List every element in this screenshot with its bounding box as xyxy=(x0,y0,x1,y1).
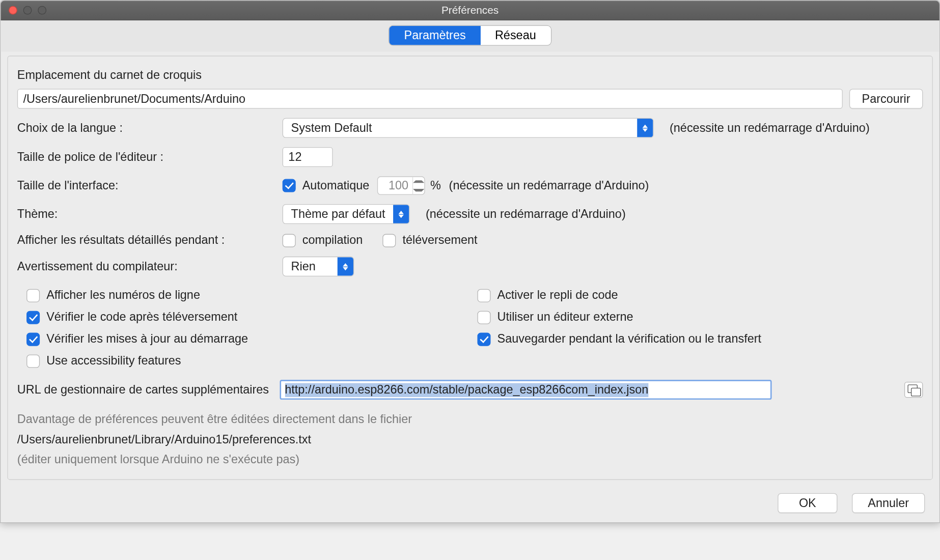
external-editor-checkbox[interactable] xyxy=(477,311,490,324)
accessibility-label: Use accessibility features xyxy=(46,354,181,368)
warnings-value: Rien xyxy=(283,257,338,275)
verbose-compilation-checkbox[interactable] xyxy=(283,234,296,247)
uiscale-label: Taille de l'interface: xyxy=(17,179,283,192)
theme-label: Thème: xyxy=(17,207,283,221)
verbose-label: Afficher les résultats détaillés pendant… xyxy=(17,233,283,247)
accessibility-checkbox[interactable] xyxy=(26,354,40,368)
theme-select[interactable]: Thème par défaut xyxy=(283,204,410,224)
check-updates-label: Vérifier les mises à jour au démarrage xyxy=(46,332,248,346)
save-on-verify-label: Sauvegarder pendant la vérification ou l… xyxy=(497,332,762,346)
uiscale-auto-label: Automatique xyxy=(302,179,370,192)
tabs: Paramètres Réseau xyxy=(1,20,939,51)
sketchbook-label: Emplacement du carnet de croquis xyxy=(17,68,923,82)
theme-hint: (nécessite un redémarrage d'Arduino) xyxy=(426,207,626,221)
code-folding-label: Activer le repli de code xyxy=(497,288,618,302)
fontsize-label: Taille de police de l'éditeur : xyxy=(17,150,283,164)
chevron-updown-icon xyxy=(637,119,653,137)
titlebar: Préférences xyxy=(1,1,939,20)
verbose-compilation-label: compilation xyxy=(302,233,363,247)
language-value: System Default xyxy=(283,119,637,137)
verify-after-upload-checkbox[interactable] xyxy=(26,311,40,324)
chevron-updown-icon xyxy=(338,257,353,275)
expand-window-icon[interactable] xyxy=(904,382,923,398)
uiscale-auto-checkbox[interactable] xyxy=(283,179,296,192)
more-prefs-path: /Users/aurelienbrunet/Library/Arduino15/… xyxy=(17,429,923,450)
verbose-upload-label: téléversement xyxy=(402,233,477,247)
boards-url-value: http://arduino.esp8266.com/stable/packag… xyxy=(285,383,648,397)
sketchbook-path-input[interactable] xyxy=(17,89,843,108)
uiscale-spinner[interactable]: 100 xyxy=(377,176,425,194)
more-prefs-line1: Davantage de préférences peuvent être éd… xyxy=(17,409,923,429)
stepper-icon[interactable] xyxy=(412,177,424,194)
verbose-upload-checkbox[interactable] xyxy=(382,234,396,247)
check-updates-checkbox[interactable] xyxy=(26,332,40,346)
settings-panel: Emplacement du carnet de croquis Parcour… xyxy=(7,55,933,480)
save-on-verify-checkbox[interactable] xyxy=(477,332,490,346)
window-title: Préférences xyxy=(1,4,939,16)
tab-settings[interactable]: Paramètres xyxy=(390,26,480,45)
dialog-buttons: OK Annuler xyxy=(1,486,939,522)
uiscale-percent: % xyxy=(430,179,441,192)
more-prefs-line2: (éditer uniquement lorsque Arduino ne s'… xyxy=(17,450,923,470)
ok-button[interactable]: OK xyxy=(778,493,837,513)
warnings-label: Avertissement du compilateur: xyxy=(17,260,283,273)
language-hint: (nécessite un redémarrage d'Arduino) xyxy=(670,121,870,135)
verify-after-upload-label: Vérifier le code après téléversement xyxy=(46,310,237,324)
code-folding-checkbox[interactable] xyxy=(477,289,490,302)
chevron-updown-icon xyxy=(393,205,409,223)
cancel-button[interactable]: Annuler xyxy=(852,493,925,513)
browse-button[interactable]: Parcourir xyxy=(849,89,923,108)
more-prefs-text: Davantage de préférences peuvent être éd… xyxy=(17,409,923,469)
preferences-window: Préférences Paramètres Réseau Emplacemen… xyxy=(0,0,940,523)
theme-value: Thème par défaut xyxy=(283,205,393,223)
uiscale-value: 100 xyxy=(378,177,412,194)
language-label: Choix de la langue : xyxy=(17,121,283,135)
warnings-select[interactable]: Rien xyxy=(283,257,354,276)
boards-url-label: URL de gestionnaire de cartes supplément… xyxy=(17,383,269,397)
line-numbers-label: Afficher les numéros de ligne xyxy=(46,288,200,302)
external-editor-label: Utiliser un éditeur externe xyxy=(497,310,633,324)
language-select[interactable]: System Default xyxy=(283,118,654,138)
tab-network[interactable]: Réseau xyxy=(480,26,550,45)
boards-url-input[interactable]: http://arduino.esp8266.com/stable/packag… xyxy=(280,380,771,400)
fontsize-input[interactable] xyxy=(283,147,333,167)
line-numbers-checkbox[interactable] xyxy=(26,289,40,302)
uiscale-hint: (nécessite un redémarrage d'Arduino) xyxy=(449,179,649,192)
